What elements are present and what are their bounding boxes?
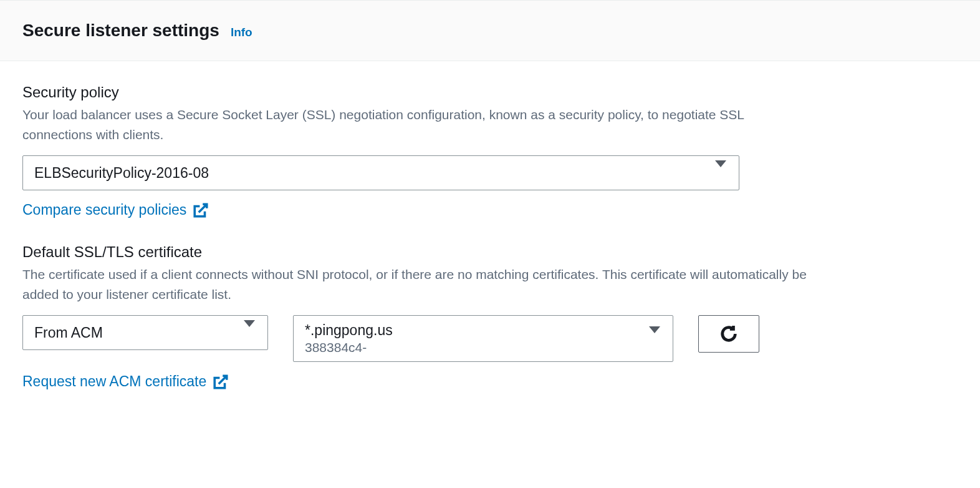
external-link-icon: [193, 202, 209, 218]
certificate-source-value: From ACM: [34, 325, 103, 341]
caret-down-icon: [715, 167, 726, 178]
security-policy-select[interactable]: ELBSecurityPolicy-2016-08: [22, 155, 739, 190]
refresh-button[interactable]: [698, 315, 759, 353]
default-certificate-label: Default SSL/TLS certificate: [22, 243, 958, 261]
security-policy-description: Your load balancer uses a Secure Socket …: [22, 105, 808, 144]
request-acm-certificate-link[interactable]: Request new ACM certificate: [22, 373, 229, 390]
certificate-domain: *.pingpong.us: [305, 322, 393, 339]
section-title: Secure listener settings: [22, 21, 219, 41]
default-certificate-group: Default SSL/TLS certificate The certific…: [22, 243, 958, 390]
caret-down-icon: [244, 327, 255, 338]
compare-link-label: Compare security policies: [22, 202, 186, 218]
caret-down-icon: [649, 333, 660, 344]
security-policy-value: ELBSecurityPolicy-2016-08: [34, 165, 209, 182]
certificate-select[interactable]: *.pingpong.us 388384c4-: [293, 315, 673, 362]
external-link-icon: [213, 374, 229, 390]
compare-security-policies-link[interactable]: Compare security policies: [22, 202, 209, 218]
default-certificate-description: The certificate used if a client connect…: [22, 265, 808, 304]
info-link[interactable]: Info: [231, 26, 252, 39]
request-link-label: Request new ACM certificate: [22, 373, 206, 390]
security-policy-group: Security policy Your load balancer uses …: [22, 84, 958, 218]
certificate-source-select[interactable]: From ACM: [22, 315, 268, 350]
certificate-id: 388384c4-: [305, 340, 367, 355]
refresh-icon: [719, 325, 738, 343]
security-policy-label: Security policy: [22, 84, 958, 101]
